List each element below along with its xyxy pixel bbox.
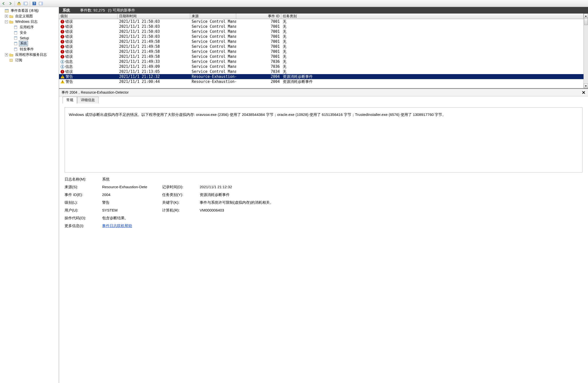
row-datetime: 2021/11/1 21:50:03 [118,24,190,29]
level-value: 警告 [102,200,157,205]
row-source: Service Control Manager [190,39,236,44]
opcode-label: 操作代码(O): [65,216,97,221]
scroll-up-button[interactable]: ▲ [584,14,588,18]
scroll-down-button[interactable]: ▼ [584,84,588,88]
keywords-value: 事件与系统许可限制(虚拟内存)的消耗相关。 [200,200,582,205]
col-source[interactable]: 来源 [190,14,236,19]
log-icon [14,36,18,40]
col-task[interactable]: 任务类别 [281,14,583,19]
show-hide-tree-button[interactable] [23,1,28,6]
svg-rect-16 [14,42,17,43]
event-row[interactable]: 错误2021/11/1 21:50:03Service Control Mana… [59,29,583,34]
col-eventid[interactable]: 事件 ID [236,14,281,19]
row-datetime: 2021/11/1 21:49:58 [118,49,190,54]
row-level: 错误 [65,34,73,39]
tree-pane-icon [24,2,28,6]
close-detail-button[interactable]: ✕ [582,90,585,95]
event-row[interactable]: 错误2021/11/1 21:50:03Service Control Mana… [59,24,583,29]
event-row[interactable]: 错误2021/11/1 21:49:58Service Control Mana… [59,44,583,49]
tab-general[interactable]: 常规 [63,97,77,104]
row-datetime: 2021/11/1 21:49:09 [118,64,190,69]
tree-security[interactable]: 安全 [1,30,58,36]
tree-app-services[interactable]: + 应用程序和服务日志 [1,52,58,58]
info-icon [61,60,64,64]
action-pane-button[interactable] [38,1,44,6]
tree-panel[interactable]: 事件查看器 (本地) + 自定义视图 − Windows 日志 应用程序 安全 … [0,7,59,383]
expand-toggle[interactable]: + [5,15,8,18]
row-source: Service Control Manager [190,44,236,49]
row-task: 无 [281,24,583,29]
tree-forwarded[interactable]: 转发事件 [1,47,58,52]
event-row[interactable]: 错误2021/11/1 21:49:58Service Control Mana… [59,39,583,44]
scroll-track[interactable] [584,18,588,84]
row-task: 无 [281,54,583,59]
user-value: SYSTEM [102,208,157,213]
help-icon: ? [32,2,36,6]
up-level-button[interactable] [16,1,22,6]
event-row[interactable]: 警告2021/11/1 21:00:44Resource-Exhaustion-… [59,79,583,84]
error-icon [61,20,64,24]
event-row[interactable]: 信息2021/11/1 21:49:33Service Control Mana… [59,59,583,64]
tree-setup[interactable]: Setup [1,36,58,41]
expand-toggle[interactable]: + [5,53,8,56]
detail-title: 事件 2004，Resource-Exhaustion-Detector [62,90,129,95]
event-row[interactable]: 错误2021/11/1 21:13:05Service Control Mana… [59,69,583,74]
content-title-bar: 系统 事件数: 92,275 (!) 可用的新事件 [59,7,588,14]
log-icon [14,31,18,35]
event-row[interactable]: 错误2021/11/1 21:50:03Service Control Mana… [59,34,583,39]
row-eventid: 7001 [236,54,281,59]
row-source: Service Control Manager [190,24,236,29]
event-description[interactable]: Windows 成功诊断出虚拟内存不足的情况。以下程序使用了大部分虚拟内存: o… [65,107,582,172]
error-icon [61,35,64,39]
folder-icon [9,53,14,57]
row-level: 错误 [65,49,73,54]
moreinfo-link[interactable]: 事件日志联机帮助 [102,224,132,228]
tree-subscriptions[interactable]: 订阅 [1,58,58,63]
row-eventid: 7001 [236,19,281,24]
tree-application[interactable]: 应用程序 [1,25,58,30]
tree-label: 订阅 [15,58,23,63]
event-row[interactable]: 警告2021/11/1 21:12:32Resource-Exhaustion-… [59,74,583,79]
event-grid[interactable]: 级别 日期和时间 来源 事件 ID 任务类别 错误2021/11/1 21:50… [59,14,583,88]
detail-fields: 日志名称(M): 系统 来源(S): Resource-Exhaustion-D… [65,177,582,228]
grid-scrollbar[interactable]: ▲ ▼ [583,14,588,88]
event-row[interactable]: 信息2021/11/1 21:49:09Service Control Mana… [59,64,583,69]
row-eventid: 7001 [236,39,281,44]
info-icon [61,65,64,69]
tree-windows-logs[interactable]: − Windows 日志 [1,19,58,25]
nav-forward-button[interactable] [8,1,13,6]
row-eventid: 2004 [236,79,281,84]
tab-details[interactable]: 详细信息 [77,97,99,103]
nav-back-button[interactable] [1,1,7,6]
eventviewer-icon [5,9,9,13]
help-button[interactable]: ? [32,1,37,6]
col-level[interactable]: 级别 [59,14,118,19]
row-level: 错误 [65,24,73,29]
row-task: 无 [281,44,583,49]
row-level: 警告 [66,79,73,84]
event-row[interactable]: 错误2021/11/1 21:49:58Service Control Mana… [59,49,583,54]
error-icon [61,30,64,34]
grid-body[interactable]: 错误2021/11/1 21:50:03Service Control Mana… [59,19,583,88]
tree-label: Setup [19,36,30,40]
scroll-thumb[interactable] [584,18,588,25]
row-datetime: 2021/11/1 21:50:03 [118,34,190,39]
collapse-toggle[interactable]: − [5,20,8,23]
tree-custom-views[interactable]: + 自定义视图 [1,14,58,19]
row-source: Service Control Manager [190,64,236,69]
event-row[interactable]: 错误2021/11/1 21:50:03Service Control Mana… [59,19,583,24]
tree-label-selected: 系统 [19,41,28,46]
tree-system[interactable]: 系统 [1,41,58,47]
row-source: Service Control Manager [190,59,236,64]
tree-label: 应用程序和服务日志 [15,52,48,57]
tree-root[interactable]: 事件查看器 (本地) [1,8,58,14]
row-source: Resource-Exhaustion-D... [190,79,236,84]
event-row[interactable]: 错误2021/11/1 21:49:58Service Control Mana… [59,54,583,59]
source-label: 来源(S): [65,185,97,189]
warn-icon [61,75,65,78]
row-source: Service Control Manager [190,29,236,34]
row-task: 无 [281,59,583,64]
col-datetime[interactable]: 日期和时间 [118,14,190,19]
grid-header[interactable]: 级别 日期和时间 来源 事件 ID 任务类别 [59,14,583,19]
row-datetime: 2021/11/1 21:13:05 [118,69,190,74]
